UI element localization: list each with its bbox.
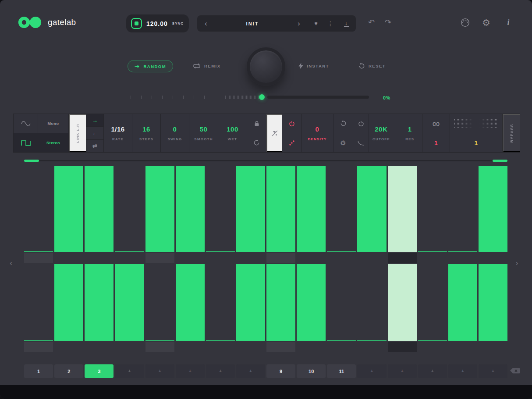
pattern-button-2[interactable]: 2: [54, 364, 83, 378]
steps-control[interactable]: 16 STEPS: [132, 114, 161, 152]
step-handle[interactable]: [206, 253, 235, 263]
link-lr-button[interactable]: LINK L-R: [69, 114, 86, 152]
settings-gear-icon[interactable]: ⚙: [482, 18, 490, 28]
step-column-8[interactable]: [236, 166, 265, 263]
step-handle[interactable]: [388, 253, 417, 263]
step-column-7[interactable]: [206, 264, 235, 352]
step-handle[interactable]: [54, 253, 83, 263]
step-handle[interactable]: [236, 253, 265, 263]
step-bar[interactable]: [479, 264, 507, 341]
pattern-button-8[interactable]: +: [236, 364, 265, 378]
step-handle[interactable]: [357, 253, 386, 263]
step-bar[interactable]: [145, 264, 174, 341]
pattern-button-3[interactable]: 3: [85, 364, 113, 378]
redo-button[interactable]: ↷: [385, 18, 391, 27]
step-column-2[interactable]: [54, 264, 83, 352]
step-column-1[interactable]: [24, 166, 53, 263]
step-column-4[interactable]: [115, 264, 144, 352]
pattern-button-1[interactable]: 1: [24, 364, 53, 378]
density-control[interactable]: 0 DENSITY: [301, 114, 333, 152]
slider-handle[interactable]: [259, 94, 265, 100]
bypass-button[interactable]: BYPASS: [503, 114, 520, 152]
step-column-6[interactable]: [176, 264, 205, 352]
step-column-15[interactable]: [448, 166, 477, 263]
save-preset-icon[interactable]: ↓: [337, 21, 356, 27]
step-handle[interactable]: [54, 342, 83, 352]
step-bar[interactable]: [54, 166, 83, 252]
swing-control[interactable]: 0 SWING: [161, 114, 189, 152]
step-column-10[interactable]: [297, 264, 326, 352]
step-column-11[interactable]: [327, 264, 356, 352]
density-power-button[interactable]: [282, 114, 301, 133]
step-bar[interactable]: [236, 264, 265, 341]
pattern-button-15[interactable]: +: [448, 364, 477, 378]
step-bar[interactable]: [54, 264, 83, 341]
random-amount-slider[interactable]: [131, 94, 376, 101]
favorite-icon[interactable]: ♥: [308, 20, 324, 27]
pattern-button-5[interactable]: +: [145, 364, 174, 378]
step-handle[interactable]: [357, 342, 386, 352]
step-handle[interactable]: [448, 342, 477, 352]
stop-button[interactable]: [131, 18, 142, 29]
step-column-5[interactable]: [145, 264, 174, 352]
step-handle[interactable]: [85, 253, 113, 263]
step-column-15[interactable]: [448, 264, 477, 352]
texture-display[interactable]: [450, 114, 502, 133]
step-handle[interactable]: [115, 342, 144, 352]
page-left-button[interactable]: ‹: [10, 258, 13, 268]
step-handle[interactable]: [206, 342, 235, 352]
step-bar[interactable]: [115, 166, 144, 252]
loop-button[interactable]: [333, 114, 353, 133]
step-column-16[interactable]: [479, 264, 507, 352]
preset-next-button[interactable]: ›: [290, 20, 308, 28]
step-bar[interactable]: [418, 264, 447, 341]
stereo-button[interactable]: Stereo: [38, 133, 68, 152]
step-column-3[interactable]: [85, 264, 113, 352]
wet-control[interactable]: 100 WET: [218, 114, 247, 152]
square-wave-button[interactable]: [14, 133, 38, 152]
step-handle[interactable]: [24, 342, 53, 352]
random-mode-button[interactable]: ⇢ RANDOM: [128, 60, 173, 72]
filter-settings-button[interactable]: ⚙: [333, 133, 353, 152]
pattern-button-11[interactable]: 11: [327, 364, 356, 378]
pattern-button-10[interactable]: 10: [297, 364, 326, 378]
sync-label[interactable]: SYNC: [172, 21, 184, 25]
pattern-button-9[interactable]: 9: [266, 364, 295, 378]
cutoff-control[interactable]: 20K CUTOFF: [369, 125, 394, 141]
undo-button[interactable]: ↶: [368, 18, 375, 27]
step-bar[interactable]: [357, 264, 386, 341]
lock-button[interactable]: [247, 114, 266, 133]
step-column-11[interactable]: [327, 166, 356, 263]
loop-range-bar[interactable]: [24, 159, 507, 162]
preset-prev-button[interactable]: ‹: [197, 20, 215, 28]
step-handle[interactable]: [297, 253, 326, 263]
step-handle[interactable]: [327, 253, 356, 263]
pattern-button-7[interactable]: +: [206, 364, 235, 378]
step-bar[interactable]: [266, 264, 295, 341]
pattern-button-13[interactable]: +: [388, 364, 417, 378]
resonance-control[interactable]: 1 RES: [398, 125, 422, 141]
filter-power-button[interactable]: [353, 114, 369, 133]
step-bar[interactable]: [24, 166, 53, 252]
sine-wave-button[interactable]: [14, 114, 38, 133]
step-bar[interactable]: [236, 166, 265, 252]
step-bar[interactable]: [176, 166, 205, 252]
step-bar[interactable]: [327, 264, 356, 341]
cycle-button[interactable]: [247, 133, 266, 152]
step-handle[interactable]: [479, 253, 507, 263]
backward-direction-button[interactable]: ←: [86, 127, 103, 139]
loop-start-handle[interactable]: [24, 160, 39, 162]
pattern-button-6[interactable]: +: [176, 364, 205, 378]
step-column-3[interactable]: [85, 166, 113, 263]
step-bar[interactable]: [85, 166, 113, 252]
step-column-9[interactable]: [266, 166, 295, 263]
step-column-10[interactable]: [297, 166, 326, 263]
step-handle[interactable]: [297, 342, 326, 352]
step-bar[interactable]: [357, 166, 386, 252]
step-handle[interactable]: [448, 253, 477, 263]
step-bar[interactable]: [145, 166, 174, 252]
step-handle[interactable]: [85, 342, 113, 352]
step-column-13[interactable]: [388, 166, 417, 263]
step-bar[interactable]: [297, 264, 326, 341]
step-handle[interactable]: [176, 253, 205, 263]
